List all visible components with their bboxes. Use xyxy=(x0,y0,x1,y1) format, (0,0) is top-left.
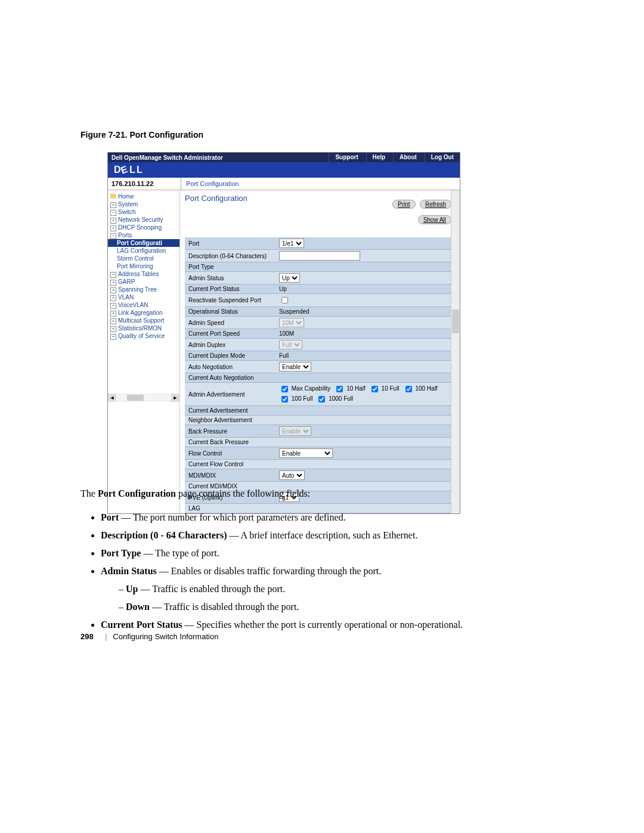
svg-text:L: L xyxy=(137,165,143,175)
scroll-right-icon[interactable]: ► xyxy=(171,394,179,402)
link-support[interactable]: Support xyxy=(329,153,364,162)
field-value: Enable xyxy=(275,447,455,460)
field-label: Port Type xyxy=(185,262,275,272)
field-name: Description (0 - 64 Characters) xyxy=(101,530,227,540)
checkbox-reactivate-suspended-port[interactable] xyxy=(281,297,288,304)
svg-text:E: E xyxy=(119,165,129,175)
select-admin-duplex: Full xyxy=(279,340,302,349)
adv-checkbox[interactable] xyxy=(318,396,325,402)
tree-item-garp[interactable]: GARP xyxy=(108,278,179,286)
field-label: Flow Control xyxy=(185,447,275,460)
app-title: Dell OpenManage Switch Administrator xyxy=(108,154,329,161)
field-label: Current Advertisement xyxy=(185,406,275,416)
field-descriptions-list: Port — The port number for which port pa… xyxy=(80,510,558,632)
adv-option[interactable]: 100 Full xyxy=(279,395,312,402)
tree-item-spanning-tree[interactable]: Spanning Tree xyxy=(108,286,179,293)
adv-checkbox[interactable] xyxy=(405,386,412,392)
form-row: Operational StatusSuspended xyxy=(185,307,455,317)
page-footer: 298 | Configuring Switch Information xyxy=(80,632,218,641)
tree-item-lag-configuration[interactable]: LAG Configuration xyxy=(108,247,179,255)
select-admin-status[interactable]: Up xyxy=(279,273,300,283)
scroll-left-icon[interactable]: ◄ xyxy=(108,394,116,402)
link-logout[interactable]: Log Out xyxy=(425,153,460,162)
adv-option[interactable]: 10 Half xyxy=(334,385,365,392)
dell-logo-band: D E L L xyxy=(108,162,460,178)
field-value: Max Capability 10 Half 10 Full 100 Half … xyxy=(275,383,455,406)
field-value: Full xyxy=(275,339,455,351)
tree-item-system[interactable]: System xyxy=(108,200,179,208)
input-description-0-64-characters-[interactable] xyxy=(279,251,360,261)
adv-option[interactable]: 10 Full xyxy=(369,385,400,392)
field-value xyxy=(275,416,455,425)
figure-caption: Figure 7-21. Port Configuration xyxy=(80,130,203,140)
main-area: Home SystemSwitchNetwork SecurityDHCP Sn… xyxy=(108,190,460,513)
select-port[interactable]: 1/e1 xyxy=(279,239,304,248)
tree-item-link-aggregation[interactable]: Link Aggregation xyxy=(108,309,179,317)
field-label: Current Auto Negotiation xyxy=(185,373,275,383)
dell-logo-icon: D E L L xyxy=(114,165,150,175)
form-row: Neighbor Advertisement xyxy=(185,416,455,425)
adv-checkbox[interactable] xyxy=(336,386,343,392)
adv-option[interactable]: Max Capability xyxy=(279,385,330,392)
topbar-links: Support Help About Log Out xyxy=(329,153,460,162)
nav-sidebar[interactable]: Home SystemSwitchNetwork SecurityDHCP Sn… xyxy=(108,190,180,513)
scroll-thumb[interactable] xyxy=(127,395,144,401)
tree-item-switch[interactable]: Switch xyxy=(108,208,179,216)
field-label: Back Pressure xyxy=(185,425,275,438)
field-label: Description (0-64 Characters) xyxy=(185,250,275,262)
tree-item-address-tables[interactable]: Address Tables xyxy=(108,270,179,278)
vscroll-thumb[interactable] xyxy=(452,309,459,333)
field-value xyxy=(275,460,455,469)
adv-option[interactable]: 100 Half xyxy=(403,385,438,392)
select-back-pressure: Enable xyxy=(279,426,311,436)
field-name: Admin Status xyxy=(101,566,157,576)
tree-item-quality-of-service[interactable]: Quality of Service xyxy=(108,332,179,340)
field-value: Full xyxy=(275,351,455,361)
form-row: Port1/e1 xyxy=(185,237,455,250)
form-row: Admin DuplexFull xyxy=(185,339,455,351)
tree-home[interactable]: Home xyxy=(108,193,179,200)
form-row: Auto NegotiationEnable xyxy=(185,361,455,373)
adv-checkbox[interactable] xyxy=(281,386,288,392)
tree-item-voicevlan[interactable]: VoiceVLAN xyxy=(108,301,179,309)
ip-breadcrumb-row: 176.210.11.22 Port Configuration xyxy=(108,178,460,190)
refresh-button[interactable]: Refresh xyxy=(420,200,451,209)
field-value: Up xyxy=(275,272,455,284)
select-auto-negotiation[interactable]: Enable xyxy=(279,362,311,371)
field-value: Enable xyxy=(275,361,455,373)
link-help[interactable]: Help xyxy=(366,153,392,162)
tree-item-port-configurati[interactable]: Port Configurati xyxy=(108,239,179,247)
field-label: Operational Status xyxy=(185,307,275,317)
field-label: Current Flow Control xyxy=(185,460,275,469)
adv-checkbox[interactable] xyxy=(371,386,378,392)
field-value xyxy=(275,294,455,307)
tree-item-multicast-support[interactable]: Multicast Support xyxy=(108,317,179,324)
tree-item-storm-control[interactable]: Storm Control xyxy=(108,255,179,262)
select-flow-control[interactable]: Enable xyxy=(279,448,333,458)
link-about[interactable]: About xyxy=(393,153,423,162)
scroll-track[interactable] xyxy=(116,395,171,401)
print-button[interactable]: Print xyxy=(392,200,416,209)
content-vscrollbar[interactable] xyxy=(451,190,460,513)
field-value: 1/e1 xyxy=(275,237,455,250)
footer-separator: | xyxy=(105,632,107,641)
form-row: Description (0-64 Characters) xyxy=(185,250,455,262)
tree-item-ports[interactable]: Ports xyxy=(108,231,179,239)
intro-bold: Port Configuration xyxy=(98,488,176,498)
tree-item-statistics-rmon[interactable]: Statistics/RMON xyxy=(108,324,179,332)
show-all-button[interactable]: Show All xyxy=(418,215,451,224)
field-name: Port Type xyxy=(101,548,141,558)
sub-item: Down — Traffic is disabled through the p… xyxy=(119,600,558,614)
sidebar-hscrollbar[interactable]: ◄ ► xyxy=(108,394,179,402)
tree-item-dhcp-snooping[interactable]: DHCP Snooping xyxy=(108,224,179,231)
field-desc-item: Current Port Status — Specifies whether … xyxy=(101,618,558,632)
tree-item-network-security[interactable]: Network Security xyxy=(108,216,179,224)
tree-item-vlan[interactable]: VLAN xyxy=(108,293,179,301)
intro-pre: The xyxy=(80,488,98,498)
adv-checkbox[interactable] xyxy=(281,396,288,402)
field-label: Admin Advertisement xyxy=(185,383,275,406)
adv-option[interactable]: 1000 Full xyxy=(316,395,353,402)
form-row: Reactivate Suspended Port xyxy=(185,294,455,307)
content-pane: Port Configuration Print Refresh Show Al… xyxy=(180,190,460,513)
tree-item-port-mirroring[interactable]: Port Mirroring xyxy=(108,262,179,270)
